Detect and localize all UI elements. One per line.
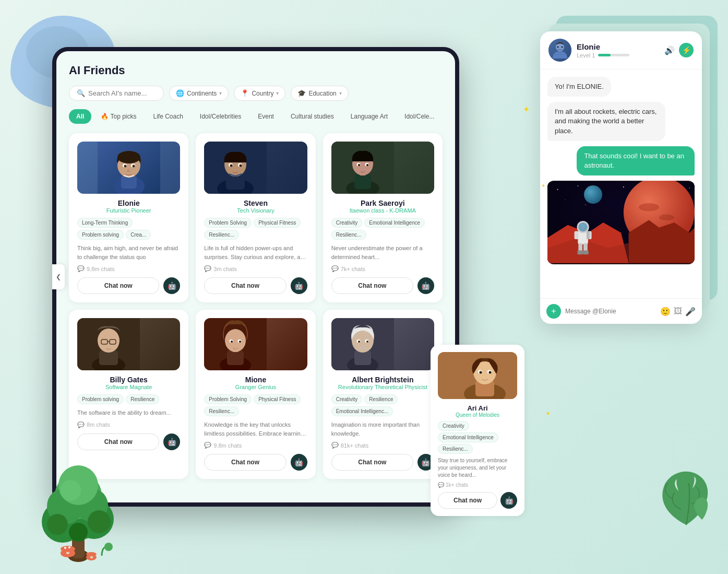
svg-point-17	[584, 185, 602, 204]
chat-message-text-2: I'm all about rockets, electric cars, an…	[555, 108, 657, 134]
tab-idol-cele2[interactable]: Idol/Cele...	[397, 109, 441, 124]
chat-user-name: Elonie	[577, 42, 659, 51]
mione-icon-button[interactable]: 🤖	[291, 454, 307, 471]
ari-ari-icon-button[interactable]: 🤖	[500, 492, 517, 509]
country-filter[interactable]: 📍 Country ▾	[234, 86, 285, 101]
elonie-subtitle: Futuristic Pioneer	[77, 207, 180, 214]
search-wrapper: 🔍	[69, 86, 164, 101]
svg-rect-53	[354, 174, 371, 189]
main-content: AI Friends 🔍 🌐 Continents ▾ 📍 Country ▾	[56, 51, 455, 502]
page-title: AI Friends	[69, 64, 443, 77]
svg-rect-70	[227, 350, 244, 365]
chat-header-icons: 🔊 ⚡	[664, 43, 694, 57]
mione-stats: 💬 9.8m chats	[204, 442, 307, 449]
ari-ari-actions: Chat now 🤖	[438, 492, 517, 509]
svg-point-3	[562, 46, 563, 48]
svg-rect-29	[583, 251, 589, 255]
ari-ari-chat-button[interactable]: Chat now	[438, 492, 497, 509]
tab-event[interactable]: Event	[250, 109, 281, 124]
robot-icon-4: 🤖	[168, 438, 176, 446]
education-label: Education	[308, 90, 336, 97]
plus-icon: +	[551, 307, 556, 316]
tag: Emotional Intelligenc...	[331, 406, 393, 416]
chat-add-button[interactable]: +	[546, 304, 561, 319]
tag: Resilience	[364, 394, 398, 404]
sidebar-toggle[interactable]: ❮	[56, 264, 65, 289]
park-chat-button[interactable]: Chat now	[331, 277, 413, 294]
gates-icon-button[interactable]: 🤖	[163, 434, 180, 450]
chat-input-icons: 🙂 🖼 🎤	[660, 307, 696, 317]
svg-point-105	[47, 514, 68, 535]
park-icon-button[interactable]: 🤖	[417, 277, 434, 294]
image-icon[interactable]: 🖼	[674, 307, 682, 316]
tablet-screen: ❮ AI Friends 🔍 🌐 Continents ▾ 📍 Country	[56, 51, 455, 502]
svg-point-84	[358, 341, 360, 343]
chat-message-input[interactable]	[565, 308, 656, 315]
albert-desc: Imagination is more important than knowl…	[331, 420, 434, 438]
emoji-icon[interactable]: 🙂	[660, 307, 671, 317]
education-filter[interactable]: 🎓 Education ▾	[291, 86, 348, 101]
albert-chat-button[interactable]: Chat now	[331, 454, 413, 471]
steven-subtitle: Tech Visionary	[204, 207, 307, 214]
lightning-icon: ⚡	[682, 46, 691, 54]
svg-point-50	[240, 165, 242, 167]
mic-icon[interactable]: 🎤	[685, 307, 696, 317]
albert-avatar	[331, 318, 434, 370]
svg-point-110	[61, 546, 75, 552]
tab-top-picks[interactable]: 🔥 Top picks	[93, 109, 144, 124]
park-tags: Creativity Emotional Intelligence Resili…	[331, 218, 434, 240]
robot-icon-6: 🤖	[421, 458, 430, 466]
mione-chat-button[interactable]: Chat now	[204, 454, 286, 471]
card-ari-ari: Ari Ari Queen of Melodies Creativity Emo…	[431, 345, 524, 516]
tab-all[interactable]: All	[69, 109, 91, 124]
park-desc: Never underestimate the power of a deter…	[331, 244, 434, 261]
park-avatar	[331, 142, 434, 194]
elonie-desc: Think big, aim high, and never be afraid…	[77, 244, 180, 261]
tab-idol-celebrities[interactable]: Idol/Celebrities	[193, 109, 248, 124]
elonie-chat-button[interactable]: Chat now	[77, 277, 159, 294]
country-label: Country	[252, 90, 273, 97]
svg-point-49	[230, 165, 233, 167]
svg-point-76	[239, 341, 241, 343]
svg-rect-62	[99, 350, 118, 365]
continents-filter[interactable]: 🌐 Continents ▾	[169, 86, 229, 101]
svg-point-41	[132, 165, 135, 168]
sound-icon[interactable]: 🔊	[664, 45, 675, 55]
education-chevron: ▾	[339, 90, 342, 96]
tag: Resilienc...	[331, 230, 366, 240]
search-input[interactable]	[88, 89, 156, 97]
tab-life-coach[interactable]: Life Coach	[146, 109, 190, 124]
tree-decoration	[21, 443, 125, 558]
tab-cultural-studies[interactable]: Cultural studies	[283, 109, 341, 124]
albert-tags: Creativity Resilience Emotional Intellig…	[331, 394, 434, 416]
ari-ari-avatar	[438, 352, 517, 399]
tag: Problem solving	[77, 394, 124, 404]
chat-level-row: Level 1	[577, 52, 659, 58]
park-actions: Chat now 🤖	[331, 277, 434, 294]
tab-language-art[interactable]: Language Art	[343, 109, 395, 124]
tag: Problem solving	[77, 230, 124, 240]
gates-tags: Problem solving Resilience	[77, 394, 180, 404]
ari-ari-desc: Stay true to yourself, embrace your uniq…	[438, 457, 517, 479]
steven-chat-button[interactable]: Chat now	[204, 277, 286, 294]
chat-header: Elonie Level 1 🔊 ⚡	[540, 31, 702, 69]
mione-avatar	[204, 318, 307, 370]
svg-point-112	[68, 546, 70, 548]
chat-bubble-2: I'm all about rockets, electric cars, an…	[547, 102, 665, 141]
svg-point-85	[366, 341, 368, 343]
svg-point-2	[557, 46, 559, 48]
tag: Resilienc...	[204, 406, 239, 416]
elonie-icon-button[interactable]: 🤖	[163, 277, 180, 294]
svg-point-11	[689, 188, 690, 189]
ari-ari-stats: 💬 1k+ chats	[438, 482, 517, 488]
mione-actions: Chat now 🤖	[204, 454, 307, 471]
lightning-button[interactable]: ⚡	[679, 43, 694, 57]
steven-name: Steven	[204, 199, 307, 207]
sparkle-decoration: ✦	[523, 104, 530, 114]
ari-ari-name: Ari Ari	[438, 404, 517, 412]
gates-desc: The software is the ability to dream...	[77, 408, 180, 417]
steven-icon-button[interactable]: 🤖	[291, 277, 307, 294]
tag: Resilienc...	[204, 230, 239, 240]
svg-point-116	[104, 543, 113, 551]
tag: Creativity	[438, 421, 469, 431]
